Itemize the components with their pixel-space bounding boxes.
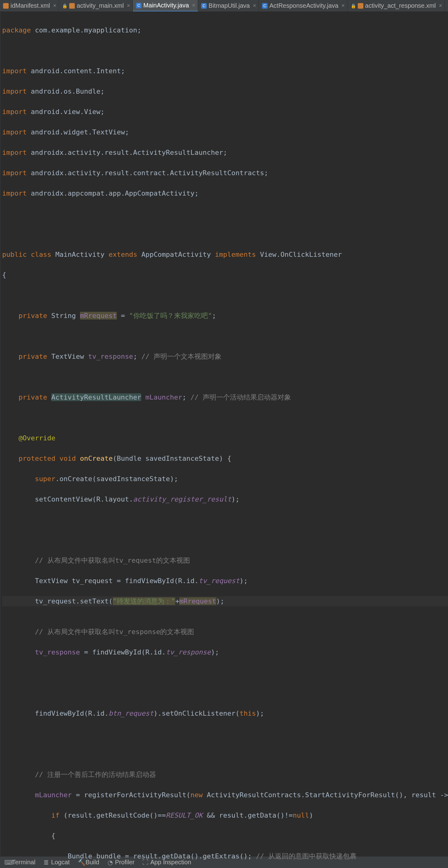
kw-import: import xyxy=(2,67,27,75)
kw-import: import xyxy=(2,108,27,116)
string: "待发送的消息为：" xyxy=(113,597,175,605)
code: = registerForActivityResult( xyxy=(72,791,190,799)
field-ref: tv_response xyxy=(35,648,80,656)
plus: + xyxy=(175,597,179,605)
type: ActivityResultLauncher xyxy=(51,393,141,401)
code: ActivityResultContracts.StartActivityFor… xyxy=(203,791,448,799)
code: ).setOnClickListener( xyxy=(154,710,239,717)
kw-import: import xyxy=(2,169,27,177)
tab-activity-act-response-xml[interactable]: 🔒 activity_act_response.xml × xyxy=(348,0,445,11)
java-class-icon: C xyxy=(136,3,141,8)
kw-private: private xyxy=(19,393,47,401)
comment: // 从布局文件中获取名叫tv_response的文本视图 xyxy=(35,628,194,636)
xml-icon xyxy=(3,3,9,9)
kw-this: this xyxy=(239,710,256,717)
code-area[interactable]: package com.example.myapplication; impor… xyxy=(0,12,448,856)
call: .onCreate(savedInstanceState); xyxy=(55,475,178,483)
iface: View.OnClickListener xyxy=(260,251,342,258)
tab-main-activity[interactable]: C MainActivity.java × xyxy=(133,0,198,11)
semi: ; xyxy=(264,169,268,177)
string: "你吃饭了吗？来我家吃吧" xyxy=(129,312,212,319)
tab-act-response-activity[interactable]: C ActResponseActivity.java × xyxy=(259,0,348,11)
close-icon[interactable]: × xyxy=(192,2,196,9)
layout-id: activity_register_result xyxy=(133,495,231,503)
kw-if: if xyxy=(51,811,60,819)
call: setContentView(R.layout. xyxy=(35,495,133,503)
code: TextView tv_request = findViewById(R.id. xyxy=(35,577,199,585)
kw-extends: extends xyxy=(108,251,137,258)
eq: = xyxy=(121,312,125,319)
end: ); xyxy=(239,577,248,585)
java-class-icon: C xyxy=(201,3,207,9)
semi: ; xyxy=(100,88,104,95)
semi: ; xyxy=(137,26,141,34)
kw-void: void xyxy=(59,455,76,462)
lock-icon: 🔒 xyxy=(351,3,356,8)
tab-label: MainActivity.java xyxy=(143,2,189,9)
close-icon[interactable]: × xyxy=(127,2,130,9)
semi: ; xyxy=(195,189,199,197)
pkg-name: com.example.myapplication xyxy=(35,26,137,34)
kw-protected: protected xyxy=(19,455,55,462)
const: RESULT_OK xyxy=(166,811,203,819)
code: tv_request.setText( xyxy=(35,597,113,605)
kw-public: public xyxy=(2,251,27,258)
type: TextView xyxy=(51,352,84,360)
type: String xyxy=(51,312,76,319)
class-name: MainActivity xyxy=(55,251,104,258)
kw-implements: implements xyxy=(215,251,256,258)
close-icon[interactable]: × xyxy=(253,2,256,9)
end: ); xyxy=(256,710,264,717)
import: androidx.activity.result.ActivityResultL… xyxy=(31,149,223,156)
kw-import: import xyxy=(2,88,27,95)
kw-import: import xyxy=(2,128,27,136)
tab-label: activity_main.xml xyxy=(76,2,124,9)
java-class-icon: C xyxy=(262,3,267,9)
kw-new: new xyxy=(190,791,203,799)
semi: ; xyxy=(121,67,125,75)
end: ) xyxy=(309,811,313,819)
res-id: tv_response xyxy=(166,648,211,656)
semi: ; xyxy=(133,352,137,360)
field-ref: mRrequest xyxy=(179,597,216,605)
import: androidx.activity.result.contract.Activi… xyxy=(31,169,264,177)
field-ref: mLauncher xyxy=(35,791,72,799)
field-mRrequest: mRrequest xyxy=(80,312,117,319)
kw-import: import xyxy=(2,149,27,156)
semi: ; xyxy=(212,312,216,319)
semi: ; xyxy=(125,128,129,136)
semi: ; xyxy=(100,108,104,116)
kw-package: package xyxy=(2,26,31,34)
tab-activity-main-xml[interactable]: 🔒 activity_main.xml × xyxy=(59,0,133,11)
code: Bundle bundle = result.getData().getExtr… xyxy=(68,852,256,860)
editor-tabs: idManifest.xml × 🔒 activity_main.xml × C… xyxy=(0,0,448,12)
comment: // 声明一个活动结果启动器对象 xyxy=(190,393,291,401)
import: androidx.appcompat.app.AppCompatActivity xyxy=(31,189,195,197)
code: && result.getData()!= xyxy=(203,811,293,819)
res-id: tv_request xyxy=(199,577,239,585)
code: (result.getResultCode()== xyxy=(59,811,166,819)
field-mLauncher: mLauncher xyxy=(146,393,182,401)
brace: { xyxy=(2,271,6,279)
brace: { xyxy=(51,832,55,840)
kw-private: private xyxy=(19,312,47,319)
comment: // 声明一个文本视图对象 xyxy=(141,352,222,360)
tab-manifest[interactable]: idManifest.xml × xyxy=(0,0,59,11)
tab-label: activity_act_response.xml xyxy=(365,2,436,9)
tab-bitmap-util[interactable]: C BitmapUtil.java × xyxy=(198,0,259,11)
close-icon[interactable]: × xyxy=(439,2,442,9)
editor: package com.example.myapplication; impor… xyxy=(0,12,448,856)
kw-class: class xyxy=(31,251,51,258)
annotation-override: @Override xyxy=(19,434,55,442)
import: android.os.Bundle xyxy=(31,88,100,95)
close-icon[interactable]: × xyxy=(342,2,345,9)
lock-icon: 🔒 xyxy=(62,3,67,8)
import: android.widget.TextView xyxy=(31,128,125,136)
res-id: btn_request xyxy=(108,710,154,717)
field-tv-response: tv_response xyxy=(88,352,133,360)
comment: // 注册一个善后工作的活动结果启动器 xyxy=(35,771,156,778)
comment: // 从返回的意图中获取快递包裹 xyxy=(256,852,356,860)
kw-super: super xyxy=(35,475,55,483)
import: android.content.Intent xyxy=(31,67,121,75)
close-icon[interactable]: × xyxy=(53,2,57,9)
